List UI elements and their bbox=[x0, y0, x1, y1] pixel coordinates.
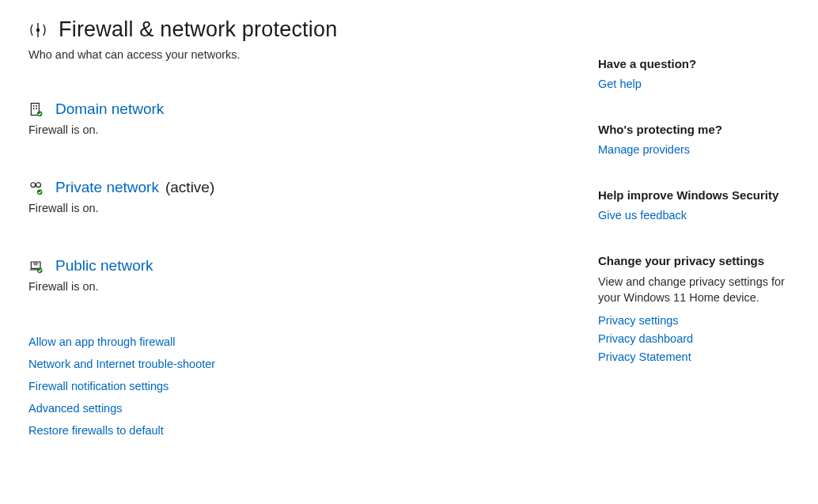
restore-defaults-link[interactable]: Restore firewalls to default bbox=[28, 424, 164, 437]
get-help-link[interactable]: Get help bbox=[598, 78, 642, 90]
privacy-dashboard-link[interactable]: Privacy dashboard bbox=[598, 332, 693, 345]
svg-point-10 bbox=[37, 268, 43, 274]
private-network-link[interactable]: Private network bbox=[55, 179, 159, 196]
aside-protecting-heading: Who's protecting me? bbox=[598, 123, 804, 136]
building-icon bbox=[28, 101, 44, 117]
network-block-domain: Domain network Firewall is on. bbox=[28, 100, 582, 136]
notification-settings-link[interactable]: Firewall notification settings bbox=[28, 380, 169, 392]
network-block-public: Public network Firewall is on. bbox=[28, 257, 582, 293]
firewall-icon bbox=[28, 21, 47, 40]
svg-point-9 bbox=[37, 190, 43, 195]
privacy-settings-link[interactable]: Privacy settings bbox=[598, 314, 679, 327]
page-subtitle: Who and what can access your networks. bbox=[28, 48, 582, 61]
give-feedback-link[interactable]: Give us feedback bbox=[598, 209, 687, 222]
domain-network-link[interactable]: Domain network bbox=[55, 100, 164, 118]
aside-protecting: Who's protecting me? Manage providers bbox=[598, 123, 804, 157]
private-network-active-tag: (active) bbox=[165, 179, 214, 196]
troubleshoot-link[interactable]: Network and Internet trouble-shooter bbox=[28, 358, 215, 370]
aside-improve-heading: Help improve Windows Security bbox=[598, 188, 804, 202]
aside-privacy-heading: Change your privacy settings bbox=[598, 254, 804, 267]
allow-app-link[interactable]: Allow an app through firewall bbox=[28, 335, 175, 348]
manage-providers-link[interactable]: Manage providers bbox=[598, 143, 690, 156]
private-network-icon bbox=[28, 180, 44, 195]
aside-question-heading: Have a question? bbox=[598, 57, 804, 70]
svg-point-6 bbox=[37, 112, 43, 117]
domain-network-status: Firewall is on. bbox=[28, 123, 582, 136]
aside-question: Have a question? Get help bbox=[598, 57, 804, 91]
privacy-statement-link[interactable]: Privacy Statement bbox=[598, 351, 691, 363]
svg-point-0 bbox=[36, 28, 40, 31]
private-network-status: Firewall is on. bbox=[28, 202, 582, 214]
aside-privacy: Change your privacy settings View and ch… bbox=[598, 254, 804, 363]
svg-point-8 bbox=[36, 183, 41, 188]
svg-rect-4 bbox=[33, 108, 35, 109]
advanced-settings-link[interactable]: Advanced settings bbox=[28, 402, 123, 415]
public-network-icon bbox=[28, 258, 44, 274]
svg-rect-3 bbox=[36, 105, 37, 107]
aside-privacy-desc: View and change privacy settings for you… bbox=[598, 274, 804, 306]
svg-point-7 bbox=[31, 183, 36, 188]
public-network-status: Firewall is on. bbox=[28, 280, 582, 293]
firewall-action-list: Allow an app through firewall Network an… bbox=[28, 335, 582, 437]
page-title: Firewall & network protection bbox=[59, 17, 337, 42]
aside-improve: Help improve Windows Security Give us fe… bbox=[598, 188, 804, 222]
public-network-link[interactable]: Public network bbox=[55, 257, 153, 275]
network-block-private: Private network (active) Firewall is on. bbox=[28, 179, 582, 214]
svg-rect-5 bbox=[36, 108, 37, 109]
svg-rect-2 bbox=[33, 105, 35, 107]
